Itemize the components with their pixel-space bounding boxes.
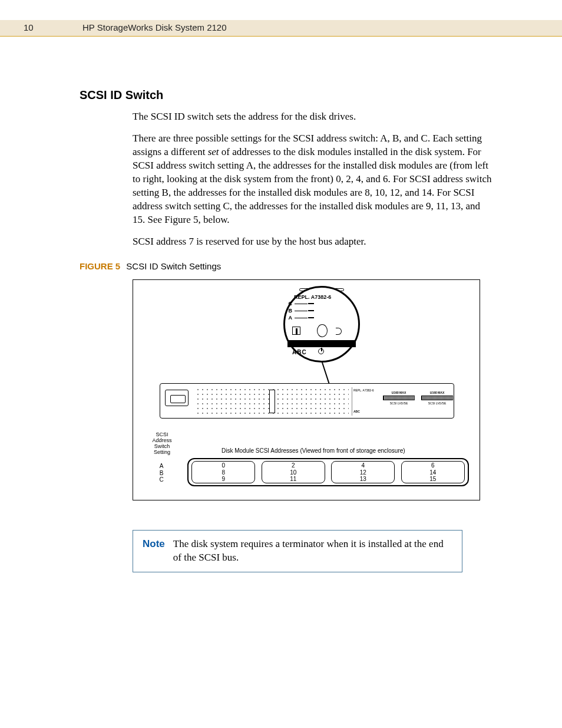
port2-bottom: SCSI LVD/SE — [419, 401, 455, 405]
page-header: 10 HP StorageWorks Disk System 2120 — [0, 20, 562, 37]
c3c: 15 — [402, 476, 464, 483]
section-body: The SCSI ID switch sets the address for … — [133, 110, 492, 248]
address-left-heading: SCSI Address Switch Setting — [145, 432, 179, 456]
abc-label: ABC — [292, 349, 307, 355]
addr-col-3: 6 14 15 — [401, 461, 465, 483]
row-c: C — [156, 476, 167, 483]
figure-caption-line: FIGURE 5 SCSI ID Switch Settings — [80, 261, 492, 271]
switch-c: C — [285, 301, 292, 307]
address-caption: Disk Module SCSI Addresses (Viewed from … — [222, 447, 405, 454]
c3a: 6 — [402, 462, 464, 469]
oval-icon — [317, 324, 328, 337]
mid-block — [269, 390, 275, 413]
address-row-labels: A B C — [156, 463, 167, 483]
note-box: Note The disk system requires a terminat… — [133, 530, 462, 572]
connector-icon — [383, 396, 415, 400]
row-b: B — [156, 470, 167, 477]
c1c: 11 — [262, 476, 325, 483]
p2-em: set — [208, 146, 219, 157]
figure-label: FIGURE 5 — [80, 261, 120, 271]
scsi-port-2: U160 MAX SCSI LVD/SE — [419, 391, 455, 412]
switch-position-labels: C B A — [285, 300, 314, 321]
note-label: Note — [143, 538, 165, 565]
hook-icon — [336, 328, 342, 335]
paragraph-1: The SCSI ID switch sets the address for … — [133, 110, 492, 124]
c3b: 14 — [402, 469, 464, 476]
power-icon — [318, 348, 324, 354]
address-box-wrap: 0 8 9 2 10 11 4 12 13 6 14 15 — [187, 458, 469, 486]
page-content: SCSI ID Switch The SCSI ID switch sets t… — [80, 88, 492, 572]
c2b: 12 — [332, 469, 394, 476]
c0b: 8 — [192, 469, 254, 476]
figure-5-diagram: REPL. A7382-6 C B A ABC REPL. A7382-6 AB… — [133, 279, 480, 500]
zoom-mid-row — [290, 324, 353, 338]
page-number: 10 — [24, 22, 34, 32]
repl-small: REPL. A7382-6 — [353, 388, 373, 392]
c0c: 9 — [192, 476, 254, 483]
document-title: HP StorageWorks Disk System 2120 — [82, 22, 227, 32]
c1b: 10 — [262, 469, 325, 476]
paragraph-2: There are three possible settings for th… — [133, 132, 492, 227]
abc-small: ABC — [353, 410, 360, 413]
addr-col-2: 4 12 13 — [331, 461, 395, 483]
section-heading: SCSI ID Switch — [80, 88, 492, 102]
repl-label: REPL. A7382-6 — [294, 294, 331, 300]
c2c: 13 — [332, 476, 394, 483]
scsi-port-1: U160 MAX SCSI LVD/SE — [381, 391, 416, 412]
zoom-bottom-row: ABC — [292, 347, 351, 360]
switch-b: B — [285, 308, 292, 314]
row-a: A — [156, 463, 167, 470]
controller-area: REPL. A7382-6 ABC — [352, 387, 380, 416]
addr-col-0: 0 8 9 — [191, 461, 255, 483]
power-inlet-icon — [165, 390, 189, 406]
c0a: 0 — [192, 462, 254, 469]
port2-top: U160 MAX — [419, 391, 455, 394]
c2a: 4 — [332, 462, 394, 469]
connector-icon — [421, 396, 453, 400]
addr-col-1: 2 10 11 — [262, 461, 325, 483]
switch-icon — [292, 327, 300, 335]
port1-top: U160 MAX — [381, 391, 416, 394]
zoom-divider — [287, 340, 356, 347]
paragraph-3: SCSI address 7 is reserved for use by th… — [133, 235, 492, 249]
port1-bottom: SCSI LVD/SE — [381, 401, 416, 405]
switch-a: A — [285, 315, 292, 321]
p2-part-b: of addresses to the disk modules install… — [133, 146, 492, 225]
note-text: The disk system requires a terminator wh… — [173, 538, 452, 565]
c1a: 2 — [262, 462, 325, 469]
figure-title: SCSI ID Switch Settings — [126, 261, 221, 271]
device-rear-panel: REPL. A7382-6 ABC U160 MAX SCSI LVD/SE U… — [160, 383, 454, 419]
